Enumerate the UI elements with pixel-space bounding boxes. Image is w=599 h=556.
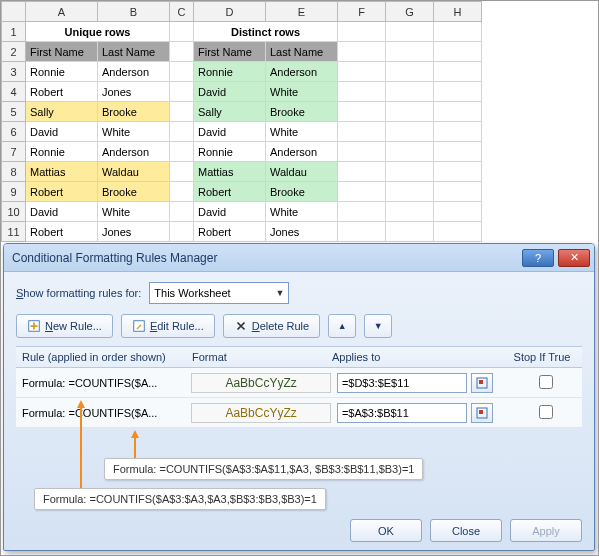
move-up-button[interactable]: ▲ [328, 314, 356, 338]
section-title-unique[interactable]: Unique rows [26, 22, 170, 42]
cell[interactable] [338, 82, 386, 102]
cell[interactable]: Robert [194, 222, 266, 242]
row-header[interactable]: 4 [2, 82, 26, 102]
stop-if-true-checkbox[interactable] [539, 405, 553, 419]
cell[interactable] [338, 62, 386, 82]
cell[interactable] [386, 202, 434, 222]
cell[interactable] [170, 222, 194, 242]
row-header[interactable]: 8 [2, 162, 26, 182]
edit-rule-button[interactable]: Edit Rule... [121, 314, 215, 338]
cell[interactable] [386, 182, 434, 202]
col-header[interactable]: H [434, 2, 482, 22]
cell[interactable] [170, 122, 194, 142]
cell[interactable] [170, 82, 194, 102]
cell[interactable]: Robert [194, 182, 266, 202]
cell[interactable]: Brooke [266, 102, 338, 122]
col-header[interactable]: F [338, 2, 386, 22]
range-picker-button[interactable] [471, 373, 493, 393]
move-down-button[interactable]: ▼ [364, 314, 392, 338]
cell[interactable] [338, 122, 386, 142]
cell[interactable] [170, 162, 194, 182]
cell[interactable]: Anderson [266, 142, 338, 162]
cell[interactable]: Brooke [266, 182, 338, 202]
cell[interactable] [434, 182, 482, 202]
row-header[interactable]: 1 [2, 22, 26, 42]
dialog-titlebar[interactable]: Conditional Formatting Rules Manager ? ✕ [4, 244, 594, 272]
cell[interactable] [386, 222, 434, 242]
row-header[interactable]: 2 [2, 42, 26, 62]
cell[interactable] [434, 102, 482, 122]
cell[interactable]: White [266, 82, 338, 102]
cell[interactable] [386, 162, 434, 182]
row-header[interactable]: 11 [2, 222, 26, 242]
cell[interactable]: White [98, 122, 170, 142]
close-button[interactable]: ✕ [558, 249, 590, 267]
apply-button[interactable]: Apply [510, 519, 582, 542]
stop-if-true-checkbox[interactable] [539, 375, 553, 389]
cell[interactable]: David [26, 122, 98, 142]
cell[interactable]: Robert [26, 182, 98, 202]
cell[interactable]: Sally [26, 102, 98, 122]
cell[interactable]: Mattias [26, 162, 98, 182]
ok-button[interactable]: OK [350, 519, 422, 542]
cell[interactable] [434, 62, 482, 82]
cell[interactable]: Ronnie [26, 142, 98, 162]
col-header[interactable]: D [194, 2, 266, 22]
cell[interactable]: Ronnie [26, 62, 98, 82]
col-header[interactable]: A [26, 2, 98, 22]
new-rule-button[interactable]: New Rule... [16, 314, 113, 338]
cell[interactable]: Robert [26, 222, 98, 242]
row-header[interactable]: 10 [2, 202, 26, 222]
close-button-footer[interactable]: Close [430, 519, 502, 542]
applies-to-input[interactable] [337, 403, 467, 423]
cell[interactable] [386, 102, 434, 122]
cell[interactable] [434, 222, 482, 242]
table-header[interactable]: First Name [26, 42, 98, 62]
cell[interactable] [338, 142, 386, 162]
cell[interactable]: Jones [98, 222, 170, 242]
cell[interactable]: Anderson [266, 62, 338, 82]
cell[interactable]: David [194, 82, 266, 102]
row-header[interactable]: 7 [2, 142, 26, 162]
cell[interactable] [338, 202, 386, 222]
cell[interactable] [170, 62, 194, 82]
cell[interactable]: David [194, 122, 266, 142]
cell[interactable]: Jones [98, 82, 170, 102]
cell[interactable]: Brooke [98, 182, 170, 202]
cell[interactable]: Waldau [266, 162, 338, 182]
cell[interactable] [170, 142, 194, 162]
table-header[interactable]: First Name [194, 42, 266, 62]
range-picker-button[interactable] [471, 403, 493, 423]
cell[interactable]: David [26, 202, 98, 222]
col-header[interactable]: E [266, 2, 338, 22]
row-header[interactable]: 9 [2, 182, 26, 202]
cell[interactable] [170, 202, 194, 222]
cell[interactable]: Waldau [98, 162, 170, 182]
col-header[interactable]: B [98, 2, 170, 22]
rule-row[interactable]: Formula: =COUNTIFS($A...AaBbCcYyZz [16, 398, 582, 428]
row-header[interactable]: 3 [2, 62, 26, 82]
cell[interactable] [386, 62, 434, 82]
cell[interactable]: Robert [26, 82, 98, 102]
delete-rule-button[interactable]: Delete Rule [223, 314, 321, 338]
section-title-distinct[interactable]: Distinct rows [194, 22, 338, 42]
cell[interactable] [338, 222, 386, 242]
applies-to-input[interactable] [337, 373, 467, 393]
cell[interactable]: Jones [266, 222, 338, 242]
table-header[interactable]: Last Name [98, 42, 170, 62]
cell[interactable] [434, 142, 482, 162]
cell[interactable] [338, 162, 386, 182]
col-header[interactable]: C [170, 2, 194, 22]
cell[interactable] [386, 82, 434, 102]
table-header[interactable]: Last Name [266, 42, 338, 62]
cell[interactable] [170, 102, 194, 122]
cell[interactable]: David [194, 202, 266, 222]
cell[interactable]: White [98, 202, 170, 222]
cell[interactable] [386, 122, 434, 142]
cell[interactable] [434, 122, 482, 142]
cell[interactable] [434, 82, 482, 102]
cell[interactable] [386, 142, 434, 162]
cell[interactable]: Ronnie [194, 62, 266, 82]
scope-dropdown[interactable]: This Worksheet ▼ [149, 282, 289, 304]
cell[interactable] [338, 102, 386, 122]
